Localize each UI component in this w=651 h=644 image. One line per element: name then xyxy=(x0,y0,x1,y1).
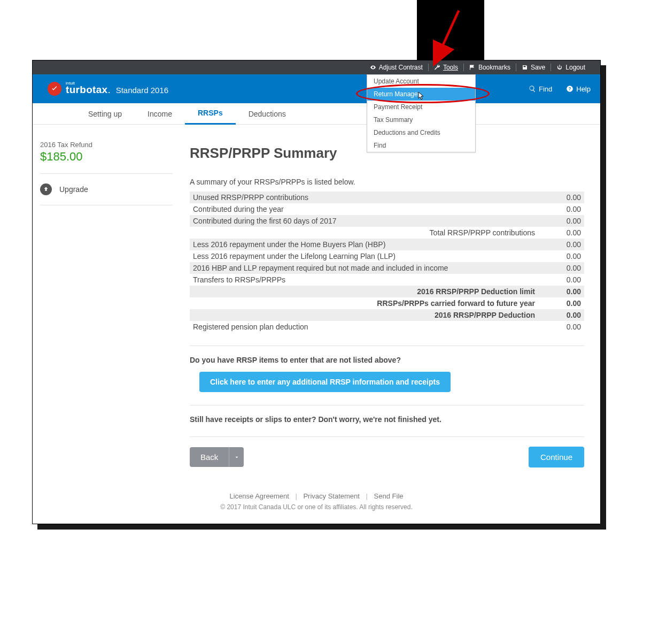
row-label: Registered pension plan deduction xyxy=(193,323,546,331)
tab-rrsps[interactable]: RRSPs xyxy=(185,103,236,125)
divider xyxy=(40,205,173,205)
row-value: 0.00 xyxy=(546,240,581,249)
footer-sep: | xyxy=(366,492,368,500)
row-label: Contributed during the year xyxy=(193,205,546,213)
divider xyxy=(190,436,584,437)
dropdown-item-update-account[interactable]: Update Account xyxy=(367,75,475,88)
still-have-text: Still have receipts or slips to enter? D… xyxy=(190,415,584,424)
question-text: Do you have RRSP items to enter that are… xyxy=(190,356,584,364)
logo-check-icon xyxy=(48,82,61,96)
table-row: RRSPs/PRPPs carried forward to future ye… xyxy=(190,297,584,309)
help-label: Help xyxy=(576,85,591,93)
table-row: Contributed during the year0.00 xyxy=(190,203,584,215)
divider xyxy=(190,346,584,346)
summary-table: Unused RRSP/PRPP contributions0.00Contri… xyxy=(190,191,584,333)
table-row: Less 2016 repayment under the Home Buyer… xyxy=(190,239,584,250)
dropdown-item-payment-receipt[interactable]: Payment Receipt xyxy=(367,101,475,113)
save-label: Save xyxy=(531,64,545,71)
table-row: Contributed during the first 60 days of … xyxy=(190,215,584,227)
help-link[interactable]: ? Help xyxy=(566,85,591,93)
power-icon xyxy=(556,64,563,71)
save-icon xyxy=(522,64,528,71)
row-label: Less 2016 repayment under the Home Buyer… xyxy=(193,240,546,249)
footer-sep: | xyxy=(295,492,297,500)
search-icon xyxy=(529,85,536,93)
tab-income[interactable]: Income xyxy=(135,103,185,125)
row-label: Contributed during the first 60 days of … xyxy=(193,217,546,225)
svg-line-0 xyxy=(437,11,459,58)
dropdown-item-return-manager[interactable]: Return Manager xyxy=(367,88,475,101)
row-label: Less 2016 repayment under the Lifelong L… xyxy=(193,252,546,260)
upgrade-icon xyxy=(40,183,52,195)
refund-label: 2016 Tax Refund xyxy=(40,141,173,149)
table-row: Transfers to RRSPs/PRPPs0.00 xyxy=(190,274,584,286)
bookmarks-link[interactable]: Bookmarks xyxy=(464,60,516,74)
logo-brand-text: turbotax xyxy=(66,84,107,95)
eye-icon xyxy=(370,64,376,71)
row-label: Unused RRSP/PRPP contributions xyxy=(193,193,546,202)
row-value: 0.00 xyxy=(546,252,581,260)
row-value: 0.00 xyxy=(546,193,581,202)
find-link[interactable]: Find xyxy=(529,85,552,93)
logo-edition-text: Standard 2016 xyxy=(116,86,168,95)
footer-link-sendfile[interactable]: Send File xyxy=(374,492,404,500)
bookmarks-label: Bookmarks xyxy=(478,64,510,71)
svg-text:?: ? xyxy=(569,87,571,91)
upgrade-link[interactable]: Upgrade xyxy=(40,183,173,195)
adjust-contrast-link[interactable]: Adjust Contrast xyxy=(365,60,428,74)
row-value: 0.00 xyxy=(546,228,581,237)
table-row: 2016 RRSP/PRPP Deduction0.00 xyxy=(190,309,584,321)
table-row: 2016 HBP and LLP repayment required but … xyxy=(190,262,584,274)
logout-link[interactable]: Logout xyxy=(551,60,591,74)
back-button[interactable]: Back xyxy=(190,447,229,467)
logo: intuit turbotax. Standard 2016 xyxy=(48,82,168,96)
tools-dropdown: Update Account Return Manager Payment Re… xyxy=(367,74,476,152)
row-value: 0.00 xyxy=(546,275,581,284)
sidebar: 2016 Tax Refund $185.00 Upgrade xyxy=(33,125,180,478)
adjust-contrast-label: Adjust Contrast xyxy=(379,64,423,71)
row-value: 0.00 xyxy=(546,264,581,272)
row-label: 2016 RRSP/PRPP Deduction xyxy=(193,311,546,319)
row-label: Transfers to RRSPs/PRPPs xyxy=(193,275,546,284)
row-value: 0.00 xyxy=(546,299,581,308)
summary-intro: A summary of your RRSPs/PRPPs is listed … xyxy=(190,178,584,186)
divider xyxy=(40,173,173,174)
content: RRSP/PRPP Summary A summary of your RRSP… xyxy=(180,125,600,478)
topbar: Adjust Contrast Tools Bookmarks Save Log… xyxy=(33,60,600,74)
footer-link-license[interactable]: License Agreement xyxy=(230,492,289,500)
refund-amount: $185.00 xyxy=(40,150,173,164)
row-value: 0.00 xyxy=(546,323,581,331)
header-bar: intuit turbotax. Standard 2016 Find ? He… xyxy=(33,74,600,103)
flag-icon xyxy=(469,64,476,71)
table-row: Registered pension plan deduction0.00 xyxy=(190,321,584,333)
nav-tabs: Setting up Income RRSPs Deductions v Fil… xyxy=(33,103,600,125)
table-row: Total RRSP/PRPP contributions0.00 xyxy=(190,227,584,239)
dropdown-item-deductions-credits[interactable]: Deductions and Credits xyxy=(367,126,475,139)
save-link[interactable]: Save xyxy=(516,60,551,74)
row-label: RRSPs/PRPPs carried forward to future ye… xyxy=(193,299,546,308)
annotation-arrow xyxy=(433,9,465,67)
row-value: 0.00 xyxy=(546,205,581,213)
enter-additional-rrsp-button[interactable]: Click here to enter any additional RRSP … xyxy=(199,372,451,392)
row-value: 0.00 xyxy=(546,311,581,319)
help-icon: ? xyxy=(566,85,574,93)
footer-link-privacy[interactable]: Privacy Statement xyxy=(303,492,360,500)
dropdown-item-tax-summary[interactable]: Tax Summary xyxy=(367,113,475,126)
row-label: Total RRSP/PRPP contributions xyxy=(193,228,546,237)
copyright-text: © 2017 Intuit Canada ULC or one of its a… xyxy=(33,503,600,511)
continue-button[interactable]: Continue xyxy=(529,447,584,467)
logout-label: Logout xyxy=(565,64,585,71)
footer: License Agreement | Privacy Statement | … xyxy=(33,478,600,524)
divider xyxy=(190,405,584,405)
tab-setting-up[interactable]: Setting up xyxy=(75,103,135,125)
upgrade-label: Upgrade xyxy=(59,185,88,194)
row-label: 2016 RRSP/PRPP Deduction limit xyxy=(193,287,546,296)
row-label: 2016 HBP and LLP repayment required but … xyxy=(193,264,546,272)
dropdown-item-find[interactable]: Find xyxy=(367,139,475,152)
row-value: 0.00 xyxy=(546,287,581,296)
chevron-down-icon xyxy=(234,455,239,460)
tab-deductions[interactable]: Deductions xyxy=(236,103,299,125)
table-row: Unused RRSP/PRPP contributions0.00 xyxy=(190,191,584,203)
back-dropdown-button[interactable] xyxy=(229,447,244,467)
table-row: Less 2016 repayment under the Lifelong L… xyxy=(190,250,584,262)
